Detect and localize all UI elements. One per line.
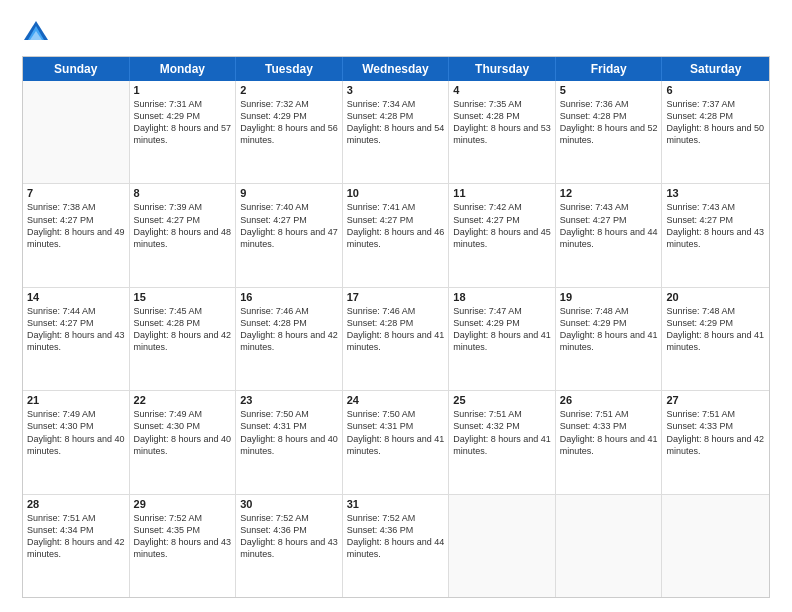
day-number: 23 [240,394,338,406]
sun-info: Sunrise: 7:31 AMSunset: 4:29 PMDaylight:… [134,98,232,147]
sun-info: Sunrise: 7:50 AMSunset: 4:31 PMDaylight:… [347,408,445,457]
calendar-cell: 1Sunrise: 7:31 AMSunset: 4:29 PMDaylight… [130,81,237,183]
day-number: 19 [560,291,658,303]
logo-icon [22,18,50,46]
day-number: 13 [666,187,765,199]
day-number: 31 [347,498,445,510]
sun-info: Sunrise: 7:46 AMSunset: 4:28 PMDaylight:… [347,305,445,354]
calendar-cell: 24Sunrise: 7:50 AMSunset: 4:31 PMDayligh… [343,391,450,493]
calendar-cell: 10Sunrise: 7:41 AMSunset: 4:27 PMDayligh… [343,184,450,286]
calendar-cell: 27Sunrise: 7:51 AMSunset: 4:33 PMDayligh… [662,391,769,493]
calendar-cell: 18Sunrise: 7:47 AMSunset: 4:29 PMDayligh… [449,288,556,390]
sun-info: Sunrise: 7:51 AMSunset: 4:34 PMDaylight:… [27,512,125,561]
sun-info: Sunrise: 7:49 AMSunset: 4:30 PMDaylight:… [134,408,232,457]
calendar-row: 14Sunrise: 7:44 AMSunset: 4:27 PMDayligh… [23,288,769,391]
calendar-row: 21Sunrise: 7:49 AMSunset: 4:30 PMDayligh… [23,391,769,494]
calendar-cell: 16Sunrise: 7:46 AMSunset: 4:28 PMDayligh… [236,288,343,390]
day-number: 24 [347,394,445,406]
sun-info: Sunrise: 7:43 AMSunset: 4:27 PMDaylight:… [560,201,658,250]
day-number: 5 [560,84,658,96]
calendar-cell: 12Sunrise: 7:43 AMSunset: 4:27 PMDayligh… [556,184,663,286]
sun-info: Sunrise: 7:52 AMSunset: 4:35 PMDaylight:… [134,512,232,561]
sun-info: Sunrise: 7:52 AMSunset: 4:36 PMDaylight:… [347,512,445,561]
day-number: 15 [134,291,232,303]
sun-info: Sunrise: 7:34 AMSunset: 4:28 PMDaylight:… [347,98,445,147]
calendar-cell: 20Sunrise: 7:48 AMSunset: 4:29 PMDayligh… [662,288,769,390]
calendar-cell: 23Sunrise: 7:50 AMSunset: 4:31 PMDayligh… [236,391,343,493]
day-number: 30 [240,498,338,510]
day-number: 20 [666,291,765,303]
day-number: 21 [27,394,125,406]
day-number: 2 [240,84,338,96]
calendar-cell: 11Sunrise: 7:42 AMSunset: 4:27 PMDayligh… [449,184,556,286]
day-number: 14 [27,291,125,303]
sun-info: Sunrise: 7:40 AMSunset: 4:27 PMDaylight:… [240,201,338,250]
sun-info: Sunrise: 7:32 AMSunset: 4:29 PMDaylight:… [240,98,338,147]
calendar-cell [449,495,556,597]
sun-info: Sunrise: 7:44 AMSunset: 4:27 PMDaylight:… [27,305,125,354]
day-number: 6 [666,84,765,96]
sun-info: Sunrise: 7:45 AMSunset: 4:28 PMDaylight:… [134,305,232,354]
logo [22,18,54,46]
calendar-row: 1Sunrise: 7:31 AMSunset: 4:29 PMDaylight… [23,81,769,184]
sun-info: Sunrise: 7:37 AMSunset: 4:28 PMDaylight:… [666,98,765,147]
sun-info: Sunrise: 7:36 AMSunset: 4:28 PMDaylight:… [560,98,658,147]
day-number: 1 [134,84,232,96]
calendar-row: 7Sunrise: 7:38 AMSunset: 4:27 PMDaylight… [23,184,769,287]
day-number: 8 [134,187,232,199]
day-number: 7 [27,187,125,199]
calendar-cell: 13Sunrise: 7:43 AMSunset: 4:27 PMDayligh… [662,184,769,286]
calendar-cell: 17Sunrise: 7:46 AMSunset: 4:28 PMDayligh… [343,288,450,390]
calendar-cell [23,81,130,183]
sun-info: Sunrise: 7:46 AMSunset: 4:28 PMDaylight:… [240,305,338,354]
calendar-cell: 19Sunrise: 7:48 AMSunset: 4:29 PMDayligh… [556,288,663,390]
sun-info: Sunrise: 7:38 AMSunset: 4:27 PMDaylight:… [27,201,125,250]
calendar-cell: 29Sunrise: 7:52 AMSunset: 4:35 PMDayligh… [130,495,237,597]
calendar-cell [662,495,769,597]
day-number: 29 [134,498,232,510]
calendar-cell: 28Sunrise: 7:51 AMSunset: 4:34 PMDayligh… [23,495,130,597]
day-number: 27 [666,394,765,406]
sun-info: Sunrise: 7:52 AMSunset: 4:36 PMDaylight:… [240,512,338,561]
sun-info: Sunrise: 7:51 AMSunset: 4:33 PMDaylight:… [560,408,658,457]
sun-info: Sunrise: 7:41 AMSunset: 4:27 PMDaylight:… [347,201,445,250]
calendar-cell: 4Sunrise: 7:35 AMSunset: 4:28 PMDaylight… [449,81,556,183]
weekday-header: Wednesday [343,57,450,81]
sun-info: Sunrise: 7:49 AMSunset: 4:30 PMDaylight:… [27,408,125,457]
header [22,18,770,46]
day-number: 4 [453,84,551,96]
sun-info: Sunrise: 7:43 AMSunset: 4:27 PMDaylight:… [666,201,765,250]
sun-info: Sunrise: 7:50 AMSunset: 4:31 PMDaylight:… [240,408,338,457]
calendar-cell: 8Sunrise: 7:39 AMSunset: 4:27 PMDaylight… [130,184,237,286]
day-number: 28 [27,498,125,510]
day-number: 18 [453,291,551,303]
calendar-cell [556,495,663,597]
sun-info: Sunrise: 7:35 AMSunset: 4:28 PMDaylight:… [453,98,551,147]
weekday-header: Thursday [449,57,556,81]
day-number: 26 [560,394,658,406]
day-number: 10 [347,187,445,199]
sun-info: Sunrise: 7:48 AMSunset: 4:29 PMDaylight:… [666,305,765,354]
day-number: 12 [560,187,658,199]
calendar-cell: 5Sunrise: 7:36 AMSunset: 4:28 PMDaylight… [556,81,663,183]
calendar: SundayMondayTuesdayWednesdayThursdayFrid… [22,56,770,598]
calendar-cell: 3Sunrise: 7:34 AMSunset: 4:28 PMDaylight… [343,81,450,183]
calendar-cell: 7Sunrise: 7:38 AMSunset: 4:27 PMDaylight… [23,184,130,286]
sun-info: Sunrise: 7:39 AMSunset: 4:27 PMDaylight:… [134,201,232,250]
calendar-cell: 21Sunrise: 7:49 AMSunset: 4:30 PMDayligh… [23,391,130,493]
calendar-row: 28Sunrise: 7:51 AMSunset: 4:34 PMDayligh… [23,495,769,597]
calendar-cell: 9Sunrise: 7:40 AMSunset: 4:27 PMDaylight… [236,184,343,286]
calendar-cell: 25Sunrise: 7:51 AMSunset: 4:32 PMDayligh… [449,391,556,493]
weekday-header: Friday [556,57,663,81]
day-number: 3 [347,84,445,96]
day-number: 16 [240,291,338,303]
page: SundayMondayTuesdayWednesdayThursdayFrid… [0,0,792,612]
calendar-cell: 31Sunrise: 7:52 AMSunset: 4:36 PMDayligh… [343,495,450,597]
calendar-cell: 2Sunrise: 7:32 AMSunset: 4:29 PMDaylight… [236,81,343,183]
sun-info: Sunrise: 7:51 AMSunset: 4:32 PMDaylight:… [453,408,551,457]
weekday-header: Tuesday [236,57,343,81]
calendar-cell: 15Sunrise: 7:45 AMSunset: 4:28 PMDayligh… [130,288,237,390]
day-number: 25 [453,394,551,406]
calendar-cell: 14Sunrise: 7:44 AMSunset: 4:27 PMDayligh… [23,288,130,390]
sun-info: Sunrise: 7:42 AMSunset: 4:27 PMDaylight:… [453,201,551,250]
